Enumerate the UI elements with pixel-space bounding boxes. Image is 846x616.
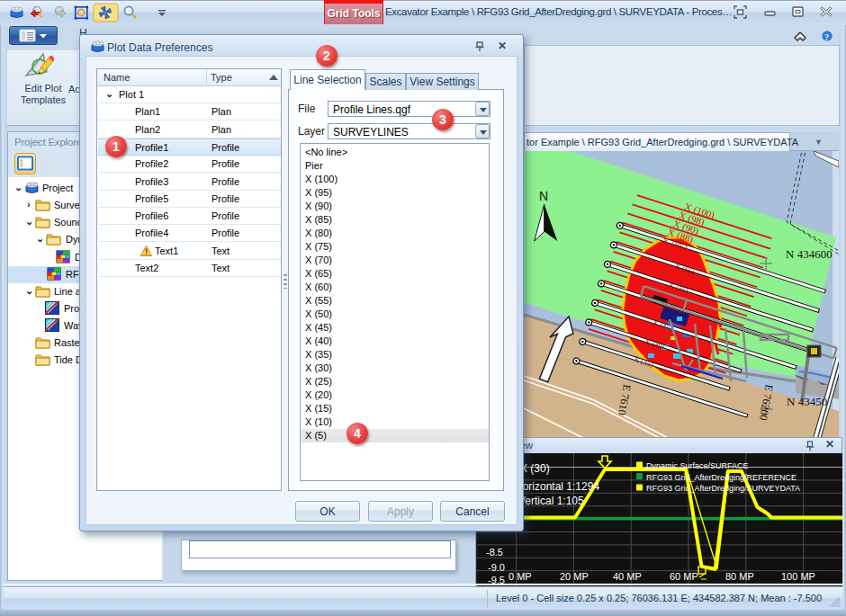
svg-text:N 43450: N 43450	[787, 395, 827, 408]
svg-text:-9.0: -9.0	[488, 562, 505, 573]
svg-text:RFG93 Grid_AfterDredging/REFER: RFG93 Grid_AfterDredging/REFERENCE	[646, 473, 796, 482]
svg-text:RFG93 Grid_AfterDredging/SURVE: RFG93 Grid_AfterDredging/SURVEYDATA	[646, 484, 800, 493]
svg-text:80 MP: 80 MP	[725, 571, 754, 582]
svg-text:Horizontal 1:1294: Horizontal 1:1294	[515, 480, 599, 493]
svg-text:-8.5: -8.5	[486, 547, 503, 558]
svg-text:Dynamic Surface/SURFACE: Dynamic Surface/SURFACE	[646, 461, 749, 470]
svg-text:N: N	[539, 189, 548, 203]
svg-text:20 MP: 20 MP	[560, 571, 589, 582]
svg-text:N 434600: N 434600	[786, 247, 832, 261]
svg-text:100 MP: 100 MP	[781, 571, 815, 582]
svg-text:0 MP: 0 MP	[508, 571, 532, 582]
svg-text:?: ?	[824, 32, 829, 42]
svg-text:X (30): X (30)	[520, 462, 550, 475]
svg-text:Vertical 1:105: Vertical 1:105	[518, 495, 584, 507]
svg-text:60 MP: 60 MP	[670, 571, 698, 582]
svg-text:40 MP: 40 MP	[613, 571, 642, 582]
